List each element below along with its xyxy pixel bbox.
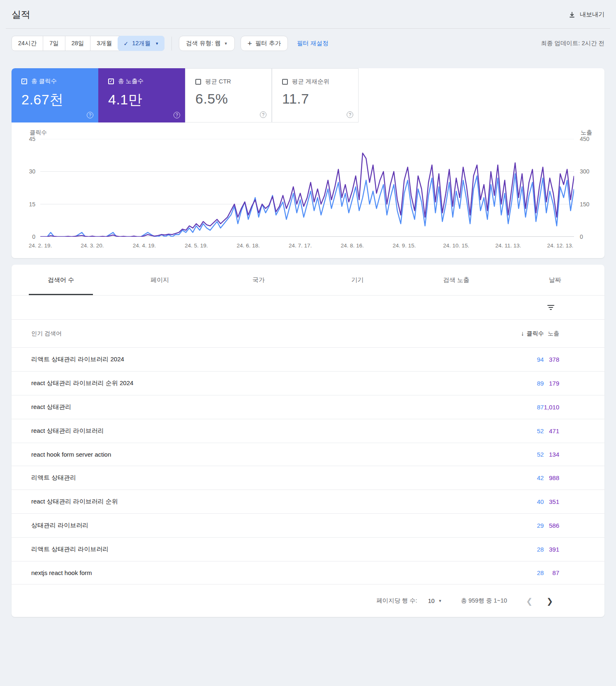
clicks-cell: 94	[494, 348, 544, 372]
checkbox-checked-icon[interactable]: ✓	[21, 79, 27, 84]
reset-filters-link[interactable]: 필터 재설정	[297, 39, 329, 47]
page-header: 실적 내보내기	[0, 0, 616, 28]
tab-devices[interactable]: 기기	[308, 265, 407, 295]
metric-card-avg-ctr[interactable]: 평균 CTR 6.5% ?	[185, 68, 272, 122]
table-panel: 검색어 수 페이지 국가 기기 검색 노출 날짜 인기 검색어 ↓클릭수 노출 …	[12, 265, 604, 617]
tab-queries[interactable]: 검색어 수	[12, 265, 110, 295]
checkbox-unchecked-icon[interactable]	[282, 79, 288, 85]
help-icon[interactable]: ?	[347, 111, 353, 118]
toolbar-divider	[171, 37, 172, 51]
query-cell: react hook form server action	[12, 443, 494, 466]
checkbox-checked-icon[interactable]: ✓	[108, 79, 114, 84]
sort-desc-icon: ↓	[521, 330, 524, 337]
query-cell: react 상태관리 라이브러리	[12, 419, 494, 443]
impressions-cell: 87	[544, 561, 604, 584]
impressions-cell: 351	[544, 490, 604, 514]
export-button[interactable]: 내보내기	[568, 11, 604, 18]
date-range-group: 24시간 7일 28일 3개월 ✓ 12개월 ▼	[12, 36, 164, 51]
x-axis-label: 24. 2. 19.	[29, 243, 52, 249]
table-row[interactable]: 리액트 상태관리 라이브러리 28 391	[12, 538, 604, 561]
tab-countries[interactable]: 국가	[209, 265, 308, 295]
table-row[interactable]: react 상태관리 라이브러리 순위 40 351	[12, 490, 604, 514]
table-filter-row	[12, 296, 604, 319]
download-icon	[568, 11, 576, 18]
query-cell: react 상태관리 라이브러리 순위 2024	[12, 372, 494, 395]
clicks-cell: 28	[494, 561, 544, 584]
table-row[interactable]: react 상태관리 라이브러리 52 471	[12, 419, 604, 443]
export-label: 내보내기	[580, 11, 604, 18]
tab-dates[interactable]: 날짜	[506, 265, 604, 295]
right-axis-ticks: 4503001500	[574, 139, 595, 237]
filter-icon[interactable]	[545, 303, 557, 312]
chevron-down-icon: ▼	[438, 599, 442, 603]
range-3m-button[interactable]: 3개월	[90, 36, 118, 51]
rows-per-page-select[interactable]: 10 ▼	[428, 598, 442, 604]
help-icon[interactable]: ?	[174, 112, 180, 118]
chart-plot-area[interactable]	[40, 139, 574, 237]
page-title: 실적	[12, 8, 30, 21]
clicks-cell: 52	[494, 419, 544, 443]
table-row[interactable]: nextjs react hook form 28 87	[12, 561, 604, 584]
impressions-cell: 471	[544, 419, 604, 443]
metric-card-total-clicks[interactable]: ✓ 총 클릭수 2.67천 ?	[12, 68, 98, 122]
left-axis-ticks: 4530150	[21, 139, 40, 237]
tab-pages[interactable]: 페이지	[110, 265, 209, 295]
checkbox-unchecked-icon[interactable]	[195, 79, 201, 85]
clicks-cell: 52	[494, 443, 544, 466]
axis-tick-label: 0	[32, 233, 35, 240]
table-row[interactable]: react 상태관리 87 1,010	[12, 395, 604, 419]
metric-label: 평균 CTR	[205, 78, 231, 85]
axis-tick-label: 0	[580, 233, 583, 240]
range-7d-button[interactable]: 7일	[43, 36, 65, 51]
x-axis-label: 24. 9. 15.	[393, 243, 416, 249]
x-axis-label: 24. 6. 18.	[237, 243, 260, 249]
next-page-button[interactable]: ❯	[547, 596, 553, 605]
x-axis-label: 24. 4. 19.	[133, 243, 156, 249]
metric-value: 11.7	[282, 91, 350, 107]
impressions-cell: 378	[544, 348, 604, 372]
impressions-cell: 988	[544, 466, 604, 490]
table-row[interactable]: 리액트 상태관리 라이브러리 2024 94 378	[12, 348, 604, 372]
range-24h-button[interactable]: 24시간	[12, 36, 43, 51]
previous-page-button[interactable]: ❮	[526, 596, 533, 605]
last-updated-text: 최종 업데이트: 2시간 전	[541, 39, 604, 47]
query-cell: react 상태관리 라이브러리 순위	[12, 490, 494, 514]
metric-card-total-impressions[interactable]: ✓ 총 노출수 4.1만 ?	[98, 68, 185, 122]
table-row[interactable]: 리액트 상태관리 42 988	[12, 466, 604, 490]
add-filter-button[interactable]: + 필터 추가	[241, 36, 288, 51]
query-cell: react 상태관리	[12, 395, 494, 419]
clicks-cell: 42	[494, 466, 544, 490]
table-row[interactable]: react 상태관리 라이브러리 순위 2024 89 179	[12, 372, 604, 395]
column-header-impressions[interactable]: 노출	[544, 320, 604, 348]
x-axis-label: 24. 3. 20.	[81, 243, 104, 249]
table-row[interactable]: 상태관리 라이브러리 29 586	[12, 514, 604, 538]
x-axis-label: 24. 8. 16.	[340, 243, 364, 249]
impressions-cell: 586	[544, 514, 604, 538]
x-axis-ticks: 24. 2. 19.24. 3. 20.24. 4. 19.24. 5. 19.…	[40, 240, 574, 252]
filter-toolbar: 24시간 7일 28일 3개월 ✓ 12개월 ▼ 검색 유형: 웹 ▼ + 필터…	[12, 36, 604, 51]
metric-value: 4.1만	[108, 90, 177, 109]
chevron-down-icon: ▼	[155, 42, 159, 46]
table-row[interactable]: react hook form server action 52 134	[12, 443, 604, 466]
column-header-clicks[interactable]: ↓클릭수	[494, 320, 544, 348]
column-header-query[interactable]: 인기 검색어	[12, 320, 494, 348]
search-type-button[interactable]: 검색 유형: 웹 ▼	[179, 36, 235, 51]
metric-cards-row: ✓ 총 클릭수 2.67천 ? ✓ 총 노출수 4.1만 ? 평균 CTR 6.…	[12, 68, 604, 122]
check-icon: ✓	[123, 40, 128, 47]
range-12m-button-selected[interactable]: ✓ 12개월 ▼	[118, 36, 164, 51]
impressions-cell: 391	[544, 538, 604, 561]
queries-table: 인기 검색어 ↓클릭수 노출 리액트 상태관리 라이브러리 2024 94 37…	[12, 319, 604, 584]
axis-tick-label: 30	[29, 168, 35, 175]
metric-value: 2.67천	[21, 90, 90, 109]
dimension-tabs: 검색어 수 페이지 국가 기기 검색 노출 날짜	[12, 265, 604, 295]
range-28d-button[interactable]: 28일	[65, 36, 90, 51]
performance-chart: 클릭수 노출 4530150 4503001500 24. 2. 19.24. …	[12, 122, 604, 258]
tab-search-appearance[interactable]: 검색 노출	[407, 265, 505, 295]
help-icon[interactable]: ?	[260, 111, 266, 118]
metric-card-avg-position[interactable]: 평균 게재순위 11.7 ?	[272, 68, 359, 122]
clicks-cell: 29	[494, 514, 544, 538]
x-axis-label: 24. 7. 17.	[289, 243, 312, 249]
rows-per-page-label: 페이지당 행 수:	[377, 597, 417, 605]
x-axis-label: 24. 5. 19.	[185, 243, 208, 249]
help-icon[interactable]: ?	[87, 112, 93, 118]
